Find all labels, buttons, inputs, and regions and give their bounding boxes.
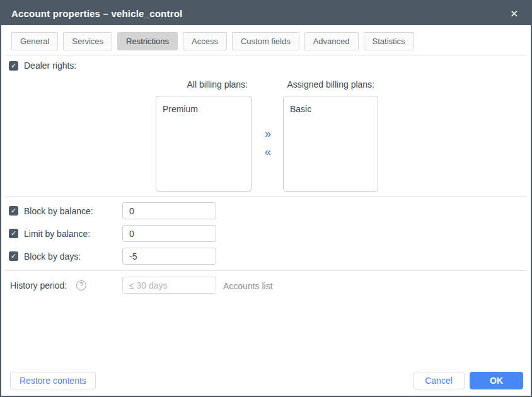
block-by-days-label: Block by days: xyxy=(24,251,81,262)
tab-general[interactable]: General xyxy=(11,32,58,50)
tab-restrictions[interactable]: Restrictions xyxy=(117,32,178,50)
tab-services[interactable]: Services xyxy=(63,32,112,50)
account-properties-dialog: Account properties – vehicle_control ✕ G… xyxy=(0,0,532,397)
history-period-input[interactable] xyxy=(122,277,216,294)
tab-custom-fields[interactable]: Custom fields xyxy=(232,32,299,50)
assigned-billing-plans-list[interactable]: Basic xyxy=(283,96,378,192)
tab-access[interactable]: Access xyxy=(183,32,227,50)
history-period-label: History period: xyxy=(10,280,67,291)
assigned-billing-plans-label: Assigned billing plans: xyxy=(283,79,378,89)
all-billing-plans-label: All billing plans: xyxy=(156,79,252,89)
close-icon[interactable]: ✕ xyxy=(507,6,521,21)
list-item[interactable]: Basic xyxy=(284,96,378,114)
accounts-list-label: Accounts list xyxy=(223,281,273,291)
block-by-balance-label: Block by balance: xyxy=(24,206,93,216)
limit-by-balance-input[interactable] xyxy=(122,225,216,242)
dealer-rights-label: Dealer rights: xyxy=(24,60,76,71)
separator xyxy=(5,196,527,197)
separator xyxy=(5,55,527,55)
restore-contents-button[interactable]: Restore contents xyxy=(10,372,96,389)
dialog-title: Account properties – vehicle_control xyxy=(11,8,182,19)
transfer-arrows: » « xyxy=(257,127,279,164)
tab-advanced[interactable]: Advanced xyxy=(304,32,359,50)
tab-statistics[interactable]: Statistics xyxy=(364,32,414,50)
list-item[interactable]: Premium xyxy=(156,96,251,114)
move-left-icon[interactable]: « xyxy=(257,146,279,158)
tab-bar: General Services Restrictions Access Cus… xyxy=(11,32,414,50)
block-by-balance-input[interactable] xyxy=(122,202,216,219)
block-by-balance-checkbox[interactable]: ✓ xyxy=(9,206,18,216)
dealer-rights-checkbox[interactable]: ✓ xyxy=(9,61,18,71)
cancel-button[interactable]: Cancel xyxy=(413,372,465,389)
block-by-days-input[interactable] xyxy=(122,248,216,265)
move-right-icon[interactable]: » xyxy=(257,127,279,140)
all-billing-plans-list[interactable]: Premium xyxy=(156,96,252,192)
limit-by-balance-label: Limit by balance: xyxy=(24,229,90,239)
ok-button[interactable]: OK xyxy=(470,372,523,389)
dialog-titlebar: Account properties – vehicle_control ✕ xyxy=(1,1,531,25)
help-icon[interactable]: ? xyxy=(76,280,86,291)
separator xyxy=(5,270,527,271)
limit-by-balance-checkbox[interactable]: ✓ xyxy=(9,229,18,238)
block-by-days-checkbox[interactable]: ✓ xyxy=(9,251,18,261)
